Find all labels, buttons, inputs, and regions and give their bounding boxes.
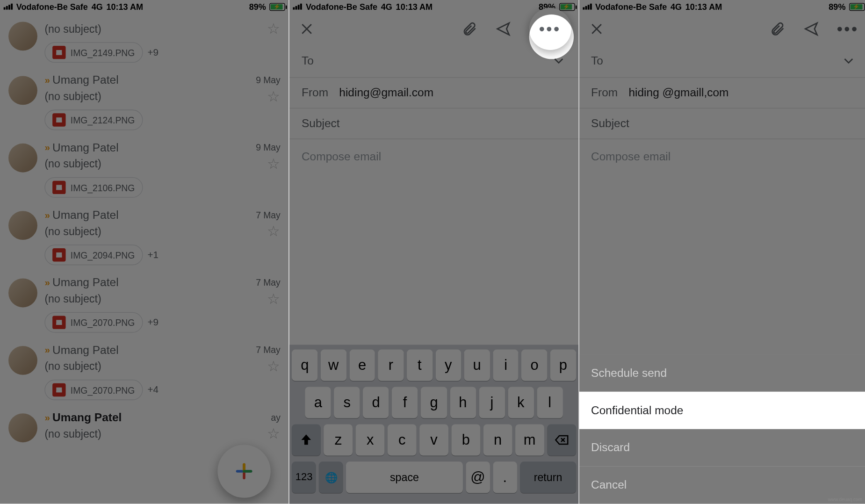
globe-key[interactable]: 🌐 [319,461,343,493]
subject-placeholder: Subject [302,117,340,130]
key-h[interactable]: h [450,387,476,418]
email-row[interactable]: » Umang Patel 7 May (no subject) ☆ IMG_2… [0,338,289,405]
key-r[interactable]: r [378,350,404,381]
attach-icon[interactable] [461,21,477,37]
return-key[interactable]: return [520,461,576,493]
key-j[interactable]: j [479,387,505,418]
key-f[interactable]: f [392,387,418,418]
image-icon [52,316,65,329]
attachment-chip[interactable]: IMG_2124.PNG [44,110,143,130]
backspace-key[interactable] [547,424,576,455]
key-p[interactable]: p [550,350,576,381]
inbox-list[interactable]: (no subject) ☆ IMG_2149.PNG +9 » Umang P… [0,13,289,447]
subject-field[interactable]: Subject [289,108,578,139]
key-k[interactable]: k [508,387,533,418]
battery-icon: ⚡ [559,3,575,11]
star-icon[interactable]: ☆ [267,358,280,375]
key-l[interactable]: l [537,387,562,418]
from-field[interactable]: From hiding@gmail.com [289,78,578,108]
from-field[interactable]: From hiding @gmaill,com [579,78,865,108]
key-q[interactable]: q [292,350,317,381]
key-z[interactable]: z [324,424,353,455]
key-a[interactable]: a [305,387,331,418]
email-row[interactable]: » Umang Patel 7 May (no subject) ☆ IMG_2… [0,270,289,337]
star-icon[interactable]: ☆ [267,21,280,37]
attachment-chip[interactable]: IMG_2106.PNG [44,177,143,198]
close-button[interactable] [589,21,605,37]
email-row[interactable]: » Umang Patel 9 May (no subject) ☆ IMG_2… [0,135,289,202]
key-x[interactable]: x [356,424,385,455]
close-button[interactable] [299,21,315,37]
dot-key[interactable]: . [493,461,517,493]
shift-key[interactable] [292,424,321,455]
compose-fab[interactable] [218,445,271,497]
key-v[interactable]: v [419,424,448,455]
confidential-mode-option[interactable]: Confidential mode [579,392,865,429]
key-y[interactable]: y [435,350,461,381]
attach-icon[interactable] [770,21,786,37]
key-n[interactable]: n [483,424,512,455]
send-icon[interactable] [803,21,819,37]
cancel-option[interactable]: Cancel [579,467,865,504]
to-field[interactable]: To [289,44,578,78]
numbers-key[interactable]: 123 [292,461,316,493]
star-icon[interactable]: ☆ [267,88,280,105]
email-subject: (no subject) [44,225,101,238]
discard-option[interactable]: Discard [579,429,865,467]
key-o[interactable]: o [522,350,548,381]
email-row[interactable]: » Umang Patel 9 May (no subject) ☆ IMG_2… [0,67,289,135]
attachment-name: IMG_2094.PNG [71,250,135,260]
email-subject: (no subject) [44,428,101,440]
key-s[interactable]: s [334,387,360,418]
attachment-chip[interactable]: IMG_2149.PNG [44,42,143,63]
more-button[interactable]: ••• [837,20,859,38]
email-row[interactable]: » Umang Patel ay (no subject) ☆ [0,405,289,447]
attachment-chip[interactable]: IMG_2070.PNG [44,380,143,400]
time-label: 10:13 AM [685,2,722,12]
subject-field[interactable]: Subject [579,108,865,139]
key-m[interactable]: m [515,424,544,455]
expand-recipients-icon[interactable] [551,53,567,69]
key-t[interactable]: t [407,350,432,381]
from-label: From [302,86,328,99]
star-icon[interactable]: ☆ [267,223,280,240]
space-key[interactable]: space [346,461,462,493]
expand-recipients-icon[interactable] [841,53,857,69]
plus-icon [234,461,255,482]
attachment-extra-count: +4 [147,384,159,395]
star-icon[interactable]: ☆ [267,156,280,173]
key-c[interactable]: c [388,424,417,455]
attachment-chip[interactable]: IMG_2094.PNG [44,245,143,265]
compose-body[interactable]: Compose email [579,139,865,174]
key-w[interactable]: w [321,350,346,381]
email-row[interactable]: » Umang Patel 7 May (no subject) ☆ IMG_2… [0,202,289,270]
email-row[interactable]: (no subject) ☆ IMG_2149.PNG +9 [0,13,289,67]
avatar [8,413,37,442]
network-label: 4G [670,2,682,12]
status-bar: Vodafone-Be Safe 4G 10:13 AM 89% ⚡ [579,0,865,13]
avatar [8,76,37,105]
keyboard[interactable]: qwertyuiop asdfghjkl zxcvbnm 123 🌐 space… [289,345,578,504]
key-e[interactable]: e [349,350,375,381]
send-icon[interactable] [495,21,511,37]
network-label: 4G [92,2,103,12]
avatar [8,211,37,240]
attachment-chip[interactable]: IMG_2070.PNG [44,312,143,333]
at-key[interactable]: @ [466,461,490,493]
key-i[interactable]: i [493,350,519,381]
to-field[interactable]: To [579,44,865,78]
key-b[interactable]: b [451,424,480,455]
compose-body[interactable]: Compose email [289,139,578,174]
attachment-extra-count: +1 [147,250,159,260]
star-icon[interactable]: ☆ [267,290,280,307]
star-icon[interactable]: ☆ [267,425,280,442]
email-date: 7 May [256,277,281,288]
body-placeholder: Compose email [591,150,670,163]
schedule-send-option[interactable]: Schedule send [579,354,865,392]
key-g[interactable]: g [421,387,447,418]
key-d[interactable]: d [363,387,389,418]
more-button[interactable]: ••• [529,8,571,50]
panel-inbox: Vodafone-Be Safe 4G 10:13 AM 89% ⚡ (no s… [0,0,289,504]
key-u[interactable]: u [464,350,490,381]
signal-icon [4,4,13,10]
